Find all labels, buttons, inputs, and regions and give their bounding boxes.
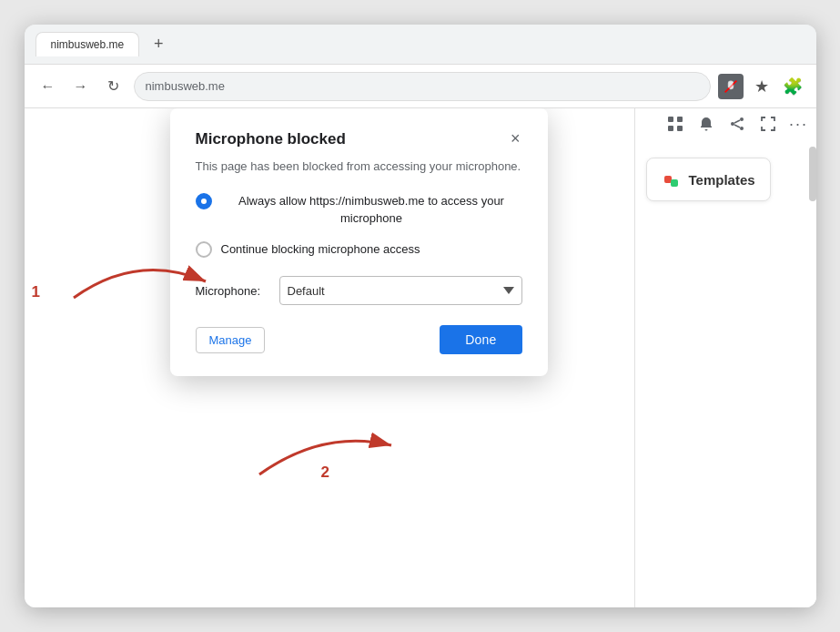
grid-icon[interactable] [665, 114, 685, 134]
svg-point-9 [740, 117, 744, 121]
browser-content: Microphone blocked × This page has been … [25, 108, 816, 607]
templates-label: Templates [689, 172, 755, 188]
extensions-button[interactable]: 🧩 [780, 74, 805, 99]
arrow-1 [65, 243, 228, 316]
browser-window: nimbusweb.me + ← → ↻ nimbusweb.me ★ 🧩 [25, 25, 816, 607]
bell-icon[interactable] [696, 114, 716, 134]
radio-group: Always allow https://nimbusweb.me to acc… [196, 192, 522, 259]
block-radio-label: Continue blocking microphone access [221, 240, 420, 259]
address-text: nimbusweb.me [146, 79, 225, 93]
svg-rect-2 [728, 81, 733, 88]
popup-overlay: Microphone blocked × This page has been … [25, 108, 634, 607]
allow-radio-input[interactable] [196, 193, 212, 209]
bookmark-button[interactable]: ★ [749, 74, 774, 99]
done-button[interactable]: Done [440, 325, 521, 354]
panel-icon-row: ··· [635, 108, 816, 139]
share-icon[interactable] [727, 114, 747, 134]
microphone-select[interactable]: Default Built-in Microphone External Mic… [279, 276, 522, 305]
manage-button[interactable]: Manage [196, 327, 266, 353]
svg-line-13 [734, 125, 740, 127]
scroll-indicator[interactable] [809, 147, 816, 201]
svg-rect-6 [677, 117, 683, 122]
svg-line-12 [734, 120, 740, 123]
forward-button[interactable]: → [68, 74, 94, 99]
browser-tab[interactable]: nimbusweb.me [35, 32, 140, 56]
svg-point-10 [731, 122, 734, 126]
svg-rect-8 [677, 126, 683, 131]
popup-title: Microphone blocked [196, 130, 346, 148]
templates-card[interactable]: Templates [646, 158, 771, 201]
nav-buttons: ← → ↻ [35, 74, 127, 99]
browser-topbar: nimbusweb.me + [25, 25, 816, 65]
blocked-mic-icon[interactable] [718, 74, 744, 99]
popup-subtitle: This page has been blocked from accessin… [196, 158, 522, 176]
back-button[interactable]: ← [35, 74, 61, 99]
svg-rect-5 [668, 117, 673, 122]
popup-header: Microphone blocked × [196, 130, 522, 148]
microphone-row: Microphone: Default Built-in Microphone … [196, 276, 522, 305]
arrow-2 [250, 411, 414, 484]
right-panel: ··· Templates [634, 108, 816, 607]
block-radio-option[interactable]: Continue blocking microphone access [196, 240, 522, 259]
more-icon[interactable]: ··· [789, 114, 809, 134]
popup-close-button[interactable]: × [509, 130, 522, 147]
allow-radio-option[interactable]: Always allow https://nimbusweb.me to acc… [196, 192, 522, 228]
allow-radio-label: Always allow https://nimbusweb.me to acc… [221, 192, 522, 228]
browser-toolbar: ← → ↻ nimbusweb.me ★ 🧩 [25, 65, 816, 108]
new-tab-button[interactable]: + [147, 33, 170, 56]
page-content: Microphone blocked × This page has been … [25, 108, 634, 607]
svg-rect-7 [668, 126, 673, 131]
reload-button[interactable]: ↻ [101, 74, 127, 99]
popup-footer: Manage Done [196, 325, 522, 354]
toolbar-right-icons: ★ 🧩 [718, 74, 805, 99]
expand-icon[interactable] [758, 114, 778, 134]
address-bar[interactable]: nimbusweb.me [134, 72, 711, 101]
microphone-blocked-popup: Microphone blocked × This page has been … [170, 108, 548, 376]
nimbus-templates-icon [662, 169, 682, 189]
svg-point-11 [740, 127, 744, 130]
